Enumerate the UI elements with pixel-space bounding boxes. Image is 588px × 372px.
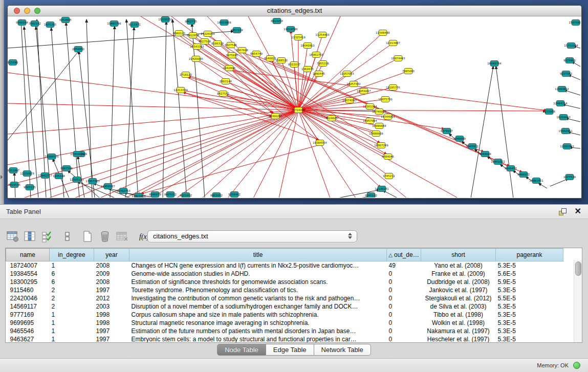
network-node[interactable]: 16648784 [487, 61, 502, 67]
network-node[interactable]: 9505135 [24, 185, 36, 190]
new-column-icon[interactable] [81, 230, 94, 243]
table-row[interactable]: 1872400712008Changes of HCN gene express… [6, 261, 563, 270]
network-node[interactable]: 915090 [8, 60, 18, 65]
network-node[interactable]: 23226058 [201, 31, 215, 37]
network-node[interactable]: 9246452 [505, 166, 517, 171]
network-node[interactable]: 19218586 [284, 27, 298, 32]
network-node[interactable]: 1588520 [275, 58, 288, 63]
window-titlebar[interactable]: citations_edges.txt [8, 6, 581, 16]
network-node[interactable]: 1675203 [44, 22, 56, 28]
delete-column-icon[interactable] [98, 230, 112, 243]
table-row[interactable]: 1938455462009Genome-wide association stu… [6, 270, 563, 278]
network-node[interactable]: 8813054 [271, 18, 284, 24]
network-edge[interactable] [125, 110, 298, 198]
network-node[interactable]: 1990445 [313, 71, 325, 77]
network-node[interactable]: 7485083 [402, 69, 415, 74]
network-node[interactable]: 8425012 [164, 192, 177, 198]
table-row[interactable]: 946554611997Estimation of the future num… [6, 327, 563, 335]
network-node[interactable]: 10981451 [529, 178, 543, 184]
close-panel-icon[interactable]: ✕ [575, 206, 581, 216]
network-node[interactable]: 3592162 [29, 21, 41, 27]
network-node[interactable]: 1362615 [301, 67, 314, 72]
network-edge[interactable] [86, 19, 92, 198]
network-node[interactable]: 1745211 [383, 173, 395, 179]
network-node[interactable]: 9327546 [225, 42, 237, 48]
window-close-button[interactable] [14, 8, 20, 14]
network-node[interactable]: 2656050 [72, 47, 85, 52]
network-edge[interactable] [179, 35, 319, 141]
column-header-pagerank[interactable]: pagerank [496, 249, 563, 261]
network-node[interactable]: 15751074 [564, 43, 578, 49]
network-edge[interactable] [229, 70, 547, 111]
network-edge[interactable] [471, 66, 493, 198]
network-edge[interactable] [163, 21, 166, 198]
network-node[interactable]: 9494072 [517, 172, 530, 178]
network-node[interactable]: 9462735 [185, 19, 197, 25]
network-node[interactable]: 9358462 [228, 192, 241, 198]
network-node[interactable]: 15875730 [378, 97, 393, 102]
table-row[interactable]: 977716911998Corpus callosum shape and si… [6, 311, 563, 319]
network-node[interactable]: 11544069 [381, 114, 395, 120]
network-edge[interactable] [298, 74, 347, 110]
network-node[interactable]: 12161064 [363, 104, 377, 110]
network-node[interactable]: 11057093 [340, 71, 354, 77]
network-node[interactable]: 18957984 [363, 118, 377, 124]
column-header-year[interactable]: year [94, 249, 129, 261]
network-node[interactable]: 3975685 [226, 53, 238, 58]
network-node[interactable]: 15228250 [158, 17, 172, 23]
network-node[interactable]: 10974493 [391, 56, 405, 61]
network-node[interactable]: 9021652 [180, 193, 192, 198]
network-node[interactable]: 9384046 [382, 154, 395, 160]
column-header-out-de-[interactable]: △out_de… [387, 249, 421, 261]
network-edge[interactable] [8, 50, 79, 140]
network-node[interactable]: 11548498 [376, 30, 390, 36]
network-edge[interactable] [538, 183, 547, 188]
network-node[interactable]: 9327508 [199, 39, 211, 45]
network-node[interactable]: 12156829 [20, 171, 34, 177]
select-attributes-icon[interactable] [41, 230, 54, 243]
network-node[interactable]: 12213379 [173, 87, 188, 93]
network-node[interactable]: 16961758 [309, 52, 323, 58]
network-node[interactable]: 9560164 [16, 20, 29, 26]
network-node[interactable]: 12101063 [560, 144, 574, 149]
network-node[interactable]: 13325419 [291, 35, 306, 40]
network-node[interactable]: 8454749 [250, 51, 263, 57]
network-node[interactable]: 13942757 [38, 173, 52, 179]
network-node[interactable]: 11254403 [315, 32, 329, 38]
network-node[interactable]: 12213997 [386, 40, 400, 46]
network-node[interactable]: 1677539 [563, 174, 576, 180]
network-node[interactable]: 16257342 [346, 81, 360, 87]
network-node[interactable]: 10746016 [372, 109, 386, 115]
network-node[interactable]: 8852052 [210, 193, 223, 198]
network-edge[interactable] [141, 145, 320, 194]
vertical-scrollbar[interactable] [574, 260, 582, 342]
network-node[interactable]: 9146821 [264, 56, 276, 61]
network-edge[interactable] [126, 19, 138, 198]
network-edge[interactable] [564, 90, 580, 95]
network-node[interactable]: 9046689 [453, 136, 466, 142]
network-node[interactable]: 1145194 [53, 173, 66, 179]
network-node[interactable]: 2718120 [180, 72, 192, 78]
network-node[interactable]: 8252695 [59, 17, 72, 23]
network-edge[interactable] [23, 110, 298, 198]
network-edge[interactable] [172, 19, 187, 198]
row-grip-icon[interactable] [63, 230, 72, 243]
network-node[interactable]: 16543382 [190, 44, 204, 50]
network-edge[interactable] [253, 110, 298, 198]
network-node[interactable]: 16782753 [116, 188, 130, 194]
network-node[interactable]: 15976813 [569, 20, 580, 26]
network-node[interactable]: 22420046 [189, 56, 203, 62]
table-selector-dropdown[interactable]: citations_edges.txt [147, 230, 357, 243]
network-node[interactable]: 9097588 [60, 166, 73, 171]
float-panel-icon[interactable] [559, 208, 567, 215]
network-node[interactable]: 19384554 [313, 140, 327, 146]
column-header-title[interactable]: title [129, 249, 387, 261]
network-node[interactable]: 14136141 [375, 186, 388, 192]
network-edge[interactable] [279, 110, 298, 198]
network-edge[interactable] [202, 110, 298, 198]
network-edge[interactable] [562, 104, 580, 108]
network-node[interactable]: 9246079 [149, 192, 162, 198]
network-node[interactable]: 20206576 [45, 154, 59, 160]
network-edge[interactable] [37, 19, 46, 198]
network-edge[interactable] [51, 28, 64, 198]
